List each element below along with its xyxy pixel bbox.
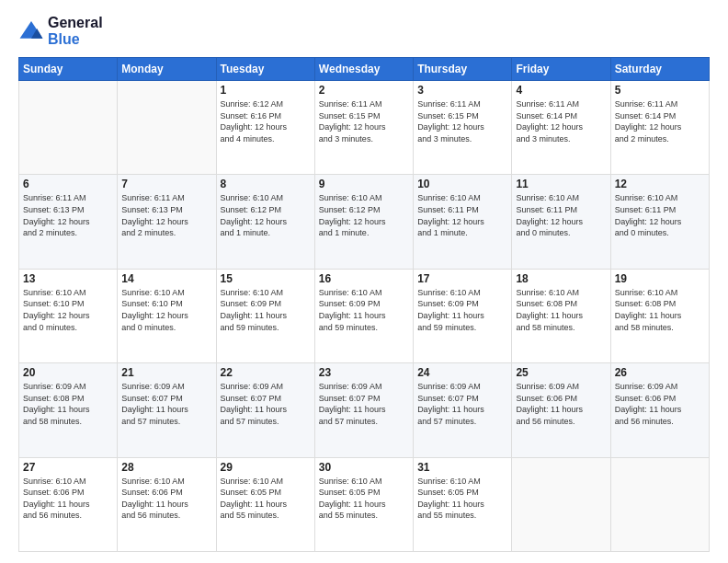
day-number: 19 [615, 272, 705, 285]
calendar-cell: 31Sunrise: 6:10 AM Sunset: 6:05 PM Dayli… [414, 457, 512, 551]
day-info: Sunrise: 6:09 AM Sunset: 6:08 PM Dayligh… [23, 381, 113, 427]
weekday-header-friday: Friday [512, 58, 610, 81]
day-info: Sunrise: 6:12 AM Sunset: 6:16 PM Dayligh… [221, 98, 311, 144]
week-row-5: 27Sunrise: 6:10 AM Sunset: 6:06 PM Dayli… [19, 457, 710, 551]
calendar-cell: 11Sunrise: 6:10 AM Sunset: 6:11 PM Dayli… [512, 175, 610, 269]
day-number: 1 [221, 84, 311, 97]
calendar-cell: 22Sunrise: 6:09 AM Sunset: 6:07 PM Dayli… [216, 363, 314, 457]
calendar-cell: 18Sunrise: 6:10 AM Sunset: 6:08 PM Dayli… [512, 269, 610, 362]
day-number: 22 [221, 366, 311, 379]
weekday-header-tuesday: Tuesday [216, 58, 314, 81]
header: General Blue [18, 15, 710, 48]
day-number: 14 [121, 272, 211, 285]
day-number: 7 [121, 178, 211, 190]
calendar-cell: 23Sunrise: 6:09 AM Sunset: 6:07 PM Dayli… [314, 363, 413, 457]
calendar-cell: 12Sunrise: 6:10 AM Sunset: 6:11 PM Dayli… [610, 175, 709, 269]
day-info: Sunrise: 6:10 AM Sunset: 6:12 PM Dayligh… [319, 192, 409, 238]
calendar-cell: 25Sunrise: 6:09 AM Sunset: 6:06 PM Dayli… [512, 363, 610, 457]
day-number: 18 [516, 272, 606, 285]
calendar-cell [118, 81, 216, 175]
day-info: Sunrise: 6:09 AM Sunset: 6:07 PM Dayligh… [417, 381, 507, 427]
week-row-3: 13Sunrise: 6:10 AM Sunset: 6:10 PM Dayli… [19, 269, 710, 362]
logo-icon [18, 18, 44, 44]
weekday-header-row: SundayMondayTuesdayWednesdayThursdayFrid… [19, 58, 710, 81]
calendar-cell: 4Sunrise: 6:11 AM Sunset: 6:14 PM Daylig… [512, 81, 610, 175]
logo: General Blue [18, 15, 103, 48]
week-row-2: 6Sunrise: 6:11 AM Sunset: 6:13 PM Daylig… [19, 175, 710, 269]
calendar-cell [19, 81, 118, 175]
calendar-cell: 15Sunrise: 6:10 AM Sunset: 6:09 PM Dayli… [216, 269, 314, 362]
day-number: 6 [23, 178, 113, 190]
calendar-cell: 9Sunrise: 6:10 AM Sunset: 6:12 PM Daylig… [314, 175, 413, 269]
day-info: Sunrise: 6:11 AM Sunset: 6:14 PM Dayligh… [516, 98, 606, 144]
day-info: Sunrise: 6:09 AM Sunset: 6:06 PM Dayligh… [516, 381, 606, 427]
day-info: Sunrise: 6:10 AM Sunset: 6:11 PM Dayligh… [615, 192, 705, 238]
day-info: Sunrise: 6:10 AM Sunset: 6:08 PM Dayligh… [516, 287, 606, 333]
calendar-cell: 8Sunrise: 6:10 AM Sunset: 6:12 PM Daylig… [216, 175, 314, 269]
day-number: 9 [319, 178, 409, 190]
calendar-cell: 7Sunrise: 6:11 AM Sunset: 6:13 PM Daylig… [118, 175, 216, 269]
day-number: 10 [417, 178, 507, 190]
calendar-cell: 24Sunrise: 6:09 AM Sunset: 6:07 PM Dayli… [414, 363, 512, 457]
calendar-cell: 26Sunrise: 6:09 AM Sunset: 6:06 PM Dayli… [610, 363, 709, 457]
day-number: 23 [319, 366, 409, 379]
week-row-1: 1Sunrise: 6:12 AM Sunset: 6:16 PM Daylig… [19, 81, 710, 175]
calendar-cell: 10Sunrise: 6:10 AM Sunset: 6:11 PM Dayli… [414, 175, 512, 269]
day-info: Sunrise: 6:11 AM Sunset: 6:15 PM Dayligh… [319, 98, 409, 144]
calendar-cell: 14Sunrise: 6:10 AM Sunset: 6:10 PM Dayli… [118, 269, 216, 362]
calendar-cell [512, 457, 610, 551]
day-info: Sunrise: 6:11 AM Sunset: 6:13 PM Dayligh… [121, 192, 211, 238]
day-info: Sunrise: 6:09 AM Sunset: 6:07 PM Dayligh… [319, 381, 409, 427]
day-number: 4 [516, 84, 606, 97]
day-number: 26 [615, 366, 705, 379]
day-number: 20 [23, 366, 113, 379]
day-info: Sunrise: 6:10 AM Sunset: 6:12 PM Dayligh… [221, 192, 311, 238]
page: General Blue SundayMondayTuesdayWednesda… [0, 0, 728, 563]
day-number: 30 [319, 461, 409, 474]
day-number: 12 [615, 178, 705, 190]
calendar-cell [610, 457, 709, 551]
calendar-cell: 5Sunrise: 6:11 AM Sunset: 6:14 PM Daylig… [610, 81, 709, 175]
week-row-4: 20Sunrise: 6:09 AM Sunset: 6:08 PM Dayli… [19, 363, 710, 457]
calendar-cell: 21Sunrise: 6:09 AM Sunset: 6:07 PM Dayli… [118, 363, 216, 457]
day-number: 8 [221, 178, 311, 190]
calendar-cell: 28Sunrise: 6:10 AM Sunset: 6:06 PM Dayli… [118, 457, 216, 551]
day-number: 15 [221, 272, 311, 285]
day-info: Sunrise: 6:10 AM Sunset: 6:11 PM Dayligh… [516, 192, 606, 238]
day-info: Sunrise: 6:10 AM Sunset: 6:10 PM Dayligh… [121, 287, 211, 333]
day-number: 31 [417, 461, 507, 474]
calendar-cell: 17Sunrise: 6:10 AM Sunset: 6:09 PM Dayli… [414, 269, 512, 362]
day-info: Sunrise: 6:10 AM Sunset: 6:05 PM Dayligh… [319, 476, 409, 522]
weekday-header-sunday: Sunday [19, 58, 118, 81]
day-number: 25 [516, 366, 606, 379]
day-info: Sunrise: 6:09 AM Sunset: 6:07 PM Dayligh… [121, 381, 211, 427]
calendar-cell: 29Sunrise: 6:10 AM Sunset: 6:05 PM Dayli… [216, 457, 314, 551]
day-number: 3 [417, 84, 507, 97]
day-number: 27 [23, 461, 113, 474]
day-info: Sunrise: 6:10 AM Sunset: 6:05 PM Dayligh… [417, 476, 507, 522]
day-number: 2 [319, 84, 409, 97]
day-info: Sunrise: 6:09 AM Sunset: 6:07 PM Dayligh… [221, 381, 311, 427]
day-number: 24 [417, 366, 507, 379]
weekday-header-monday: Monday [118, 58, 216, 81]
weekday-header-saturday: Saturday [610, 58, 709, 81]
logo-text: General Blue [48, 15, 103, 48]
calendar-cell: 19Sunrise: 6:10 AM Sunset: 6:08 PM Dayli… [610, 269, 709, 362]
day-number: 11 [516, 178, 606, 190]
day-info: Sunrise: 6:10 AM Sunset: 6:09 PM Dayligh… [417, 287, 507, 333]
calendar-cell: 16Sunrise: 6:10 AM Sunset: 6:09 PM Dayli… [314, 269, 413, 362]
day-info: Sunrise: 6:10 AM Sunset: 6:08 PM Dayligh… [615, 287, 705, 333]
day-number: 28 [121, 461, 211, 474]
calendar-cell: 13Sunrise: 6:10 AM Sunset: 6:10 PM Dayli… [19, 269, 118, 362]
day-number: 16 [319, 272, 409, 285]
day-info: Sunrise: 6:10 AM Sunset: 6:11 PM Dayligh… [417, 192, 507, 238]
weekday-header-thursday: Thursday [414, 58, 512, 81]
day-number: 29 [221, 461, 311, 474]
calendar-cell: 27Sunrise: 6:10 AM Sunset: 6:06 PM Dayli… [19, 457, 118, 551]
day-info: Sunrise: 6:11 AM Sunset: 6:15 PM Dayligh… [417, 98, 507, 144]
weekday-header-wednesday: Wednesday [314, 58, 413, 81]
day-info: Sunrise: 6:10 AM Sunset: 6:06 PM Dayligh… [23, 476, 113, 522]
calendar-cell: 6Sunrise: 6:11 AM Sunset: 6:13 PM Daylig… [19, 175, 118, 269]
day-info: Sunrise: 6:09 AM Sunset: 6:06 PM Dayligh… [615, 381, 705, 427]
day-number: 17 [417, 272, 507, 285]
